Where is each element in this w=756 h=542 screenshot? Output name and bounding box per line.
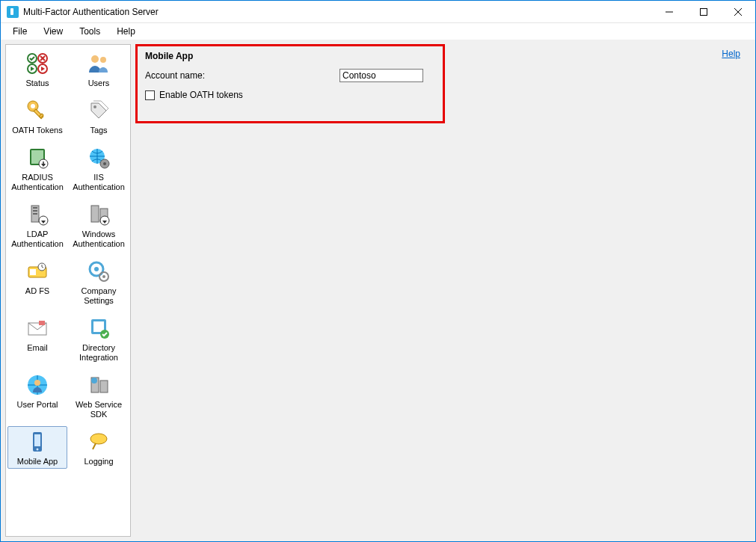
nav-label2: Authentication <box>73 182 125 192</box>
ldap-icon <box>25 203 49 227</box>
nav-label2: Authentication <box>11 239 64 249</box>
key-icon <box>25 99 49 123</box>
sdk-icon <box>87 373 111 397</box>
account-name-row: Account name: <box>145 69 435 82</box>
nav-label2: Authentication <box>73 239 125 249</box>
radius-icon <box>25 146 49 170</box>
nav-item-web-service-sdk[interactable]: Web Service SDK <box>69 369 129 422</box>
svg-point-38 <box>94 267 99 271</box>
nav-panel: Status Users OATH Tokens Tags <box>5 44 131 537</box>
nav-label: RADIUS <box>22 173 53 182</box>
nav-label: Web Service <box>76 400 122 410</box>
nav-item-email[interactable]: Email <box>7 312 67 365</box>
nav-label2: Settings <box>84 296 114 306</box>
nav-item-iis-auth[interactable]: IIS Authentication <box>69 142 129 194</box>
svg-rect-30 <box>91 206 99 222</box>
content-panel: Help Mobile App Account name: Enable OAT… <box>135 44 751 537</box>
enable-oath-label: Enable OATH tokens <box>159 90 243 100</box>
nav-label: User Portal <box>16 400 58 410</box>
email-icon <box>25 316 49 340</box>
titlebar: Multi-Factor Authentication Server <box>1 1 755 23</box>
client-area: Status Users OATH Tokens Tags <box>1 40 755 541</box>
nav-label: Users <box>88 78 110 88</box>
svg-rect-1 <box>701 8 707 15</box>
windows-auth-icon <box>87 203 111 227</box>
account-name-input[interactable] <box>339 69 423 82</box>
users-icon <box>87 52 111 76</box>
nav-label2: Authentication <box>11 182 64 192</box>
menubar: File View Tools Help <box>1 23 755 40</box>
enable-oath-checkbox[interactable] <box>145 90 155 100</box>
app-window: Multi-Factor Authentication Server File … <box>0 0 756 542</box>
account-name-label: Account name: <box>145 70 339 81</box>
window-title: Multi-Factor Authentication Server <box>23 7 159 17</box>
menu-tools[interactable]: Tools <box>72 25 108 38</box>
svg-rect-49 <box>100 381 108 392</box>
logging-icon <box>87 430 111 454</box>
nav-label: AD FS <box>25 286 49 296</box>
svg-point-10 <box>91 55 99 63</box>
adfs-icon <box>25 259 49 283</box>
svg-point-16 <box>93 105 96 108</box>
help-link[interactable]: Help <box>722 49 740 59</box>
nav-label: Email <box>27 343 48 353</box>
svg-point-50 <box>91 378 97 384</box>
svg-point-40 <box>102 275 105 278</box>
nav-label2: Integration <box>79 353 118 363</box>
mobile-icon <box>25 430 49 454</box>
svg-point-11 <box>100 57 106 63</box>
nav-label: IIS <box>93 173 103 182</box>
nav-label: LDAP <box>27 230 49 239</box>
nav-label: Mobile App <box>17 457 58 466</box>
nav-item-mobile-app[interactable]: Mobile App <box>7 426 67 469</box>
nav-item-users[interactable]: Users <box>69 48 129 90</box>
svg-rect-35 <box>30 269 36 275</box>
svg-point-13 <box>31 104 35 108</box>
nav-label: Tags <box>90 126 107 135</box>
nav-label: OATH Tokens <box>12 126 62 135</box>
svg-rect-26 <box>33 210 37 212</box>
svg-rect-52 <box>34 434 40 446</box>
nav-item-ldap-auth[interactable]: LDAP Authentication <box>7 199 67 251</box>
svg-point-53 <box>37 449 39 451</box>
menu-view[interactable]: View <box>36 25 70 38</box>
directory-icon <box>87 316 111 340</box>
svg-point-23 <box>103 162 106 165</box>
nav-item-tags[interactable]: Tags <box>69 95 129 138</box>
svg-rect-25 <box>33 207 37 209</box>
nav-label2: SDK <box>90 410 108 419</box>
nav-label: Logging <box>84 457 113 466</box>
nav-item-adfs[interactable]: AD FS <box>7 256 67 308</box>
gear-icon <box>87 259 111 283</box>
svg-rect-42 <box>39 321 45 325</box>
nav-label: Company <box>81 286 116 296</box>
nav-label: Windows <box>82 230 116 239</box>
minimize-button[interactable] <box>652 1 686 23</box>
nav-item-directory-integration[interactable]: Directory Integration <box>69 312 129 365</box>
svg-point-47 <box>34 380 40 386</box>
nav-label: Directory <box>82 343 115 353</box>
nav-item-user-portal[interactable]: User Portal <box>7 369 67 422</box>
section-title: Mobile App <box>145 51 435 61</box>
iis-icon <box>87 146 111 170</box>
status-icon <box>25 52 49 76</box>
nav-item-logging[interactable]: Logging <box>69 426 129 469</box>
nav-item-status[interactable]: Status <box>7 48 67 90</box>
maximize-button[interactable] <box>686 1 721 23</box>
user-portal-icon <box>25 373 49 397</box>
mobile-app-section: Mobile App Account name: Enable OATH tok… <box>135 44 445 123</box>
app-icon <box>7 6 19 18</box>
tags-icon <box>87 99 111 123</box>
menu-file[interactable]: File <box>5 25 34 38</box>
nav-item-company-settings[interactable]: Company Settings <box>69 256 129 308</box>
svg-point-54 <box>90 434 107 444</box>
nav-item-oath-tokens[interactable]: OATH Tokens <box>7 95 67 138</box>
enable-oath-row[interactable]: Enable OATH tokens <box>145 90 435 100</box>
svg-rect-27 <box>33 213 37 215</box>
menu-help[interactable]: Help <box>109 25 143 38</box>
nav-label: Status <box>25 78 49 88</box>
nav-item-radius-auth[interactable]: RADIUS Authentication <box>7 142 67 194</box>
close-button[interactable] <box>721 1 755 23</box>
nav-item-windows-auth[interactable]: Windows Authentication <box>69 199 129 251</box>
